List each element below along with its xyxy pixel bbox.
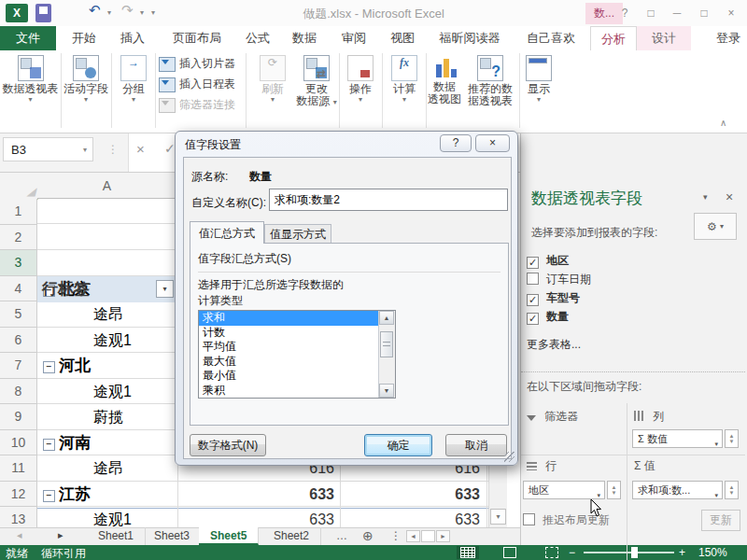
values-area-stepper[interactable]: ▲▼ bbox=[725, 481, 739, 499]
list-item[interactable]: 最小值 bbox=[199, 369, 395, 384]
row-header[interactable]: 9 bbox=[0, 404, 37, 430]
ok-button[interactable]: 确定 bbox=[364, 434, 432, 456]
tab-foxit[interactable]: 福昕阅读器 bbox=[428, 26, 512, 50]
cell[interactable]: 途观1 bbox=[37, 328, 196, 354]
tab-data[interactable]: 数据 bbox=[282, 26, 327, 50]
calculations-button[interactable]: fx 计算 ▾ bbox=[385, 52, 424, 104]
tab-file[interactable]: 文件 bbox=[0, 26, 56, 50]
pivot-row-labels-header[interactable]: 行标签 bbox=[42, 276, 154, 301]
number-format-button[interactable]: 数字格式(N) bbox=[190, 434, 266, 456]
chevron-down-icon[interactable]: ▾ bbox=[714, 436, 718, 448]
cell-value[interactable]: 633 bbox=[340, 482, 480, 508]
sheet-tab-overflow[interactable]: … bbox=[336, 529, 347, 542]
active-field-button[interactable]: 活动字段 ▾ bbox=[63, 52, 109, 104]
cell[interactable] bbox=[37, 250, 196, 276]
list-item-selected[interactable]: 求和 bbox=[199, 311, 395, 326]
row-header[interactable]: 13 bbox=[0, 507, 37, 527]
list-item[interactable]: 乘积 bbox=[199, 384, 395, 399]
show-button[interactable]: 显示 ▾ bbox=[521, 52, 557, 104]
cell[interactable]: 途观1 bbox=[37, 379, 196, 405]
collapse-ribbon-icon[interactable]: ∧ bbox=[720, 118, 726, 128]
name-box-dropdown-icon[interactable]: ▾ bbox=[83, 138, 87, 162]
row-header[interactable]: 11 bbox=[0, 455, 37, 482]
redo-button[interactable]: ↷ bbox=[121, 2, 134, 19]
pivot-filter-dropdown[interactable]: ▾ bbox=[156, 280, 174, 298]
cell[interactable]: 蔚揽 bbox=[37, 404, 196, 430]
help-button[interactable]: ? bbox=[614, 5, 635, 21]
list-item[interactable]: 最大值 bbox=[199, 355, 395, 370]
summary-function-listbox[interactable]: 求和 计数 平均值 最大值 最小值 乘积 ▲ ▼ bbox=[198, 310, 396, 399]
row-header[interactable]: 12 bbox=[0, 482, 37, 508]
close-button[interactable]: × bbox=[721, 5, 741, 21]
tab-page-layout[interactable]: 页面布局 bbox=[159, 26, 235, 50]
row-header[interactable]: 7 bbox=[0, 353, 37, 379]
zoom-slider-thumb[interactable] bbox=[631, 547, 638, 558]
hscroll-thumb[interactable] bbox=[421, 530, 435, 542]
scroll-up-button[interactable]: ▲ bbox=[379, 311, 394, 325]
collapse-group-icon[interactable]: − bbox=[43, 439, 55, 451]
page-break-view-button[interactable] bbox=[541, 546, 563, 559]
page-layout-view-button[interactable] bbox=[499, 546, 521, 559]
tab-bar-splitter-icon[interactable]: ⋮ bbox=[390, 529, 402, 542]
sheet-tab-active[interactable]: Sheet5 bbox=[199, 527, 259, 545]
zoom-level[interactable]: 150% bbox=[698, 546, 727, 559]
collapse-group-icon[interactable]: − bbox=[43, 361, 55, 373]
cell-group[interactable]: −河北 bbox=[37, 353, 196, 379]
pane-gear-button[interactable]: ⚙ ▾ bbox=[694, 213, 737, 240]
pane-options-icon[interactable]: ▾ bbox=[703, 192, 708, 202]
insert-slicer-button[interactable]: 插入切片器 bbox=[159, 54, 235, 74]
row-header[interactable]: 3 bbox=[0, 250, 37, 276]
sign-in-link[interactable]: 登录 bbox=[710, 26, 747, 50]
tab-formulas[interactable]: 公式 bbox=[237, 26, 278, 50]
list-item[interactable]: 平均值 bbox=[199, 340, 395, 355]
chevron-down-icon[interactable]: ▾ bbox=[714, 487, 718, 499]
formula-bar-splitter-icon[interactable]: ⋮ bbox=[107, 143, 119, 156]
more-tables-link[interactable]: 更多表格... bbox=[527, 337, 581, 353]
new-sheet-button[interactable]: ⊕ bbox=[362, 528, 374, 543]
tab-summarize-values-by[interactable]: 值汇总方式 bbox=[190, 221, 264, 244]
scroll-down-button[interactable]: ▼ bbox=[379, 384, 394, 398]
row-header[interactable]: 5 bbox=[0, 301, 37, 328]
row-header[interactable]: 10 bbox=[0, 430, 37, 456]
cell[interactable]: 途昂 bbox=[37, 455, 196, 482]
cell-group[interactable]: −河南 bbox=[37, 430, 196, 456]
row-header[interactable]: 6 bbox=[0, 328, 37, 354]
row-header[interactable]: 2 bbox=[0, 225, 37, 251]
field-checkbox-row[interactable]: 订车日期 bbox=[527, 270, 591, 288]
row-header[interactable]: 4 bbox=[0, 276, 37, 302]
column-header-a[interactable]: A bbox=[37, 173, 177, 199]
cell-value[interactable]: 633 bbox=[340, 507, 480, 527]
sheet-nav-prev-icon[interactable]: ◂ bbox=[17, 529, 22, 541]
zoom-in-button[interactable]: + bbox=[679, 546, 685, 559]
sheet-tab[interactable]: Sheet2 bbox=[262, 527, 321, 545]
cell-value[interactable]: 633 bbox=[177, 507, 334, 527]
dialog-help-button[interactable]: ? bbox=[440, 134, 472, 152]
save-button[interactable] bbox=[35, 4, 51, 22]
insert-timeline-button[interactable]: 插入日程表 bbox=[159, 75, 235, 94]
scrollbar-thumb[interactable] bbox=[380, 331, 393, 357]
zoom-out-button[interactable]: − bbox=[569, 546, 575, 559]
rows-area-pill[interactable]: 地区 ▾ bbox=[523, 481, 605, 499]
cell-value[interactable]: 633 bbox=[177, 482, 334, 508]
columns-area-pill[interactable]: Σ 数值 ▾ bbox=[632, 429, 723, 448]
normal-view-button[interactable] bbox=[457, 546, 479, 559]
cell-group[interactable]: −江苏 bbox=[37, 482, 196, 508]
cell[interactable] bbox=[37, 225, 196, 251]
cancel-button[interactable]: 取消 bbox=[445, 434, 507, 456]
undo-button[interactable]: ↶ bbox=[89, 2, 101, 19]
pane-close-icon[interactable]: × bbox=[726, 189, 733, 204]
list-item[interactable]: 计数 bbox=[199, 326, 395, 341]
hscroll-right-button[interactable]: ► bbox=[436, 530, 450, 542]
columns-area-stepper[interactable]: ▲▼ bbox=[725, 429, 739, 448]
cell[interactable]: 途观1 bbox=[37, 507, 196, 527]
checkbox-checked[interactable]: ✓ bbox=[527, 313, 539, 325]
change-data-source-button[interactable]: ⇄ 更改 数据源 ▾ bbox=[295, 52, 338, 107]
sheet-nav-next-icon[interactable]: ▸ bbox=[58, 529, 63, 541]
custom-name-input[interactable]: 求和项:数量2 bbox=[269, 189, 508, 211]
listbox-scrollbar[interactable]: ▲ ▼ bbox=[378, 311, 395, 398]
actions-button[interactable]: 操作 ▾ bbox=[342, 52, 379, 104]
row-header[interactable]: 8 bbox=[0, 379, 37, 405]
ribbon-display-options-button[interactable]: □ bbox=[641, 5, 661, 21]
minimize-button[interactable]: ─ bbox=[667, 5, 687, 21]
rows-area-stepper[interactable]: ▲▼ bbox=[607, 481, 621, 499]
